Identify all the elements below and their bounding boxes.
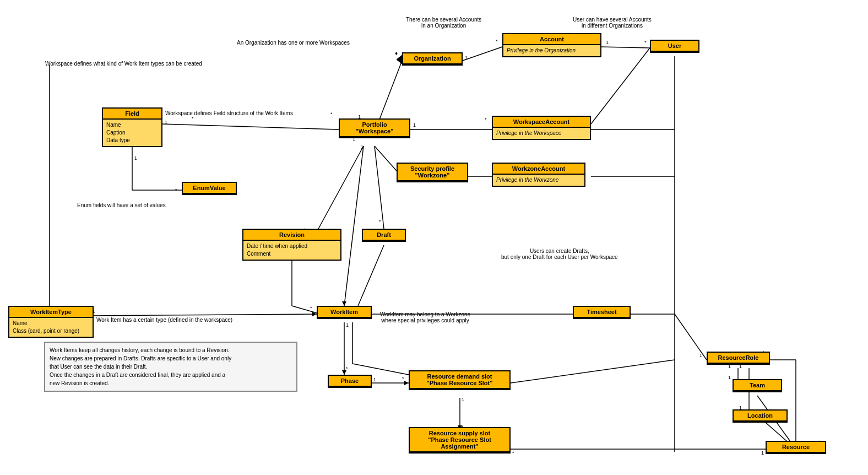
svg-text:1: 1 [465, 55, 468, 61]
svg-text:*: * [512, 450, 514, 456]
field-body: NameCaptionData type [103, 120, 161, 146]
portfolio-box: Portfolio"Workspace" [339, 118, 410, 138]
svg-text:*: * [346, 366, 348, 371]
workspaceaccount-body: Privilege in the Workspace [493, 128, 590, 139]
team-box: Team [733, 379, 782, 392]
svg-text:1: 1 [728, 375, 731, 380]
svg-line-23 [358, 245, 384, 306]
svg-text:*: * [175, 187, 177, 193]
svg-text:1: 1 [606, 40, 609, 45]
phase-box: Phase [328, 375, 372, 388]
diagram-lines: ♦ 1 * 1 1 * 1 1 * 1 * 1 1 * 1 1 * * * [0, 0, 868, 475]
organization-box: Organization [402, 52, 463, 66]
draft-header: Draft [363, 230, 405, 241]
securityprofile-header: Security profile"Workzone" [398, 164, 467, 181]
svg-text:1: 1 [134, 155, 137, 161]
svg-text:*: * [192, 116, 194, 121]
revision-box: Revision Date / time when appliedComment [242, 229, 341, 261]
phase-header: Phase [329, 376, 371, 387]
svg-line-5 [591, 48, 650, 124]
svg-text:1: 1 [373, 377, 376, 382]
location-box: Location [733, 409, 788, 423]
workitem-box: WorkItem [317, 306, 372, 319]
account-header: Account [503, 34, 600, 45]
annotation-workitem-workzone: WorkItem may belong to a Workzonewhere s… [380, 311, 470, 323]
annotation-workspace-kind: Workspace defines what kind of Work Item… [45, 61, 202, 67]
svg-marker-20 [342, 301, 346, 306]
organization-header: Organization [403, 53, 462, 64]
svg-line-22 [292, 306, 317, 313]
svg-text:*: * [402, 376, 404, 381]
team-header: Team [734, 380, 781, 391]
account-box: Account Privilege in the Organization [502, 33, 601, 57]
portfolio-header: Portfolio"Workspace" [340, 120, 409, 137]
workspaceaccount-header: WorkspaceAccount [493, 117, 590, 128]
svg-marker-28 [404, 381, 409, 385]
timesheet-box: Timesheet [573, 306, 631, 319]
enumvalue-header: EnumValue [183, 183, 236, 194]
workzoneaccount-body: Privilege in the Workzone [493, 175, 584, 186]
resourcedemandslot-box: Resource demand slot"Phase Resource Slot… [409, 370, 511, 390]
svg-text:*: * [485, 117, 487, 122]
svg-text:1: 1 [699, 353, 702, 358]
svg-text:*: * [330, 111, 333, 117]
account-body: Privilege in the Organization [503, 45, 600, 56]
svg-line-34 [675, 314, 707, 360]
svg-text:1: 1 [462, 397, 464, 402]
svg-line-19 [344, 146, 364, 306]
svg-marker-26 [342, 370, 346, 375]
annotation-workspace-field: Workspace defines Field structure of the… [165, 110, 293, 116]
svg-line-13 [375, 146, 384, 229]
svg-text:*: * [496, 39, 498, 44]
svg-line-17 [91, 314, 317, 316]
draft-box: Draft [362, 229, 406, 242]
svg-line-2 [463, 47, 502, 61]
uml-diagram: ♦ 1 * 1 1 * 1 1 * 1 * 1 1 * 1 1 * * * [0, 0, 868, 475]
location-header: Location [734, 411, 786, 422]
resource-header: Resource [767, 442, 825, 453]
annotation-org-workspace: An Organization has one or more Workspac… [237, 40, 350, 46]
resourcesupplyslot-box: Resource supply slot"Phase Resource Slot… [409, 427, 511, 454]
field-box: Field NameCaptionData type [102, 107, 162, 147]
annotation-enum: Enum fields will have a set of values [77, 202, 166, 208]
workitemtype-box: WorkItemType NameClass (card, point or r… [8, 306, 94, 338]
annotation-workitem-type: Work Item has a certain type (defined in… [96, 317, 232, 323]
workitemtype-header: WorkItemType [9, 307, 93, 318]
workitem-header: WorkItem [318, 307, 371, 318]
svg-text:1: 1 [165, 120, 167, 125]
svg-text:*: * [310, 305, 312, 311]
workitemtype-body: NameClass (card, point or range) [9, 318, 93, 337]
timesheet-header: Timesheet [574, 307, 630, 318]
note-box: Work Items keep all changes history, eac… [44, 342, 297, 392]
svg-text:1: 1 [413, 122, 416, 128]
enumvalue-box: EnumValue [182, 182, 237, 195]
resourcedemandslot-header: Resource demand slot"Phase Resource Slot… [410, 371, 509, 389]
resourcerole-header: ResourceRole [708, 353, 769, 364]
svg-line-3 [601, 47, 650, 48]
revision-header: Revision [243, 230, 340, 241]
svg-line-12 [314, 146, 364, 237]
svg-line-43 [511, 360, 675, 383]
workspaceaccount-box: WorkspaceAccount Privilege in the Worksp… [492, 116, 591, 140]
annotation-drafts: Users can create Drafts,but only one Dra… [501, 248, 618, 260]
svg-text:♦: ♦ [395, 50, 398, 56]
svg-line-9 [162, 124, 339, 129]
annotation-accounts-user: User can have several Accountsin differe… [573, 17, 652, 29]
resourcerole-box: ResourceRole [707, 352, 770, 365]
svg-text:*: * [644, 40, 647, 45]
svg-text:1: 1 [361, 144, 364, 150]
revision-body: Date / time when appliedComment [243, 241, 340, 260]
svg-text:1: 1 [346, 322, 349, 328]
svg-marker-18 [312, 312, 317, 316]
user-box: User [650, 40, 699, 53]
workzoneaccount-header: WorkzoneAccount [493, 164, 584, 175]
svg-line-32 [352, 364, 409, 375]
resource-box: Resource [766, 441, 826, 454]
user-header: User [651, 41, 698, 52]
resourcesupplyslot-header: Resource supply slot"Phase Resource Slot… [410, 428, 509, 452]
annotation-accounts-org: There can be several Accountsin an Organ… [406, 17, 481, 29]
workzoneaccount-box: WorkzoneAccount Privilege in the Workzon… [492, 163, 585, 187]
svg-text:1: 1 [761, 450, 764, 456]
svg-line-7 [375, 146, 397, 171]
svg-text:*: * [379, 219, 381, 224]
